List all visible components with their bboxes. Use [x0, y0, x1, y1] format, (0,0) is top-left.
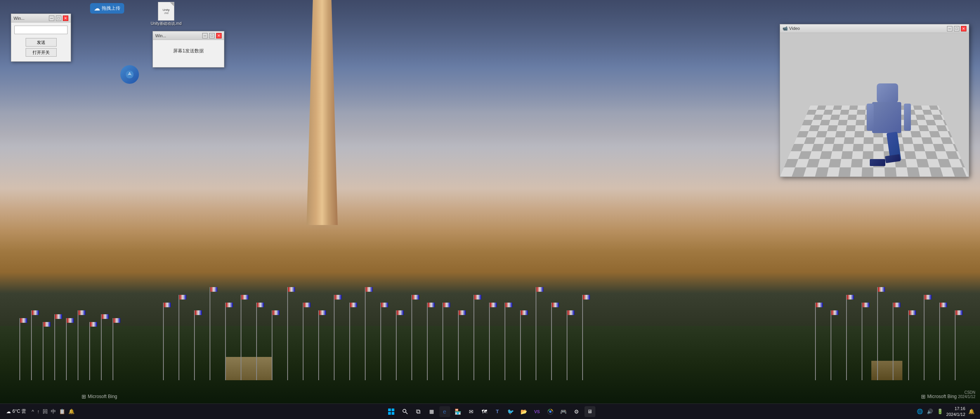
chrome-icon [547, 409, 553, 415]
taskbar-right: 🌐 🔊 🔋 17:16 2024/1/12 🔔 [916, 406, 980, 417]
unity-icon-label: Unity基础动说.md [151, 21, 181, 26]
flag-pole [89, 322, 90, 380]
flag-pole [101, 314, 102, 380]
flag-pole [78, 310, 78, 380]
network-icon[interactable]: 🌐 [916, 408, 924, 415]
win-second-close[interactable]: ✕ [216, 33, 222, 38]
video-titlebar[interactable]: 📹 Video ─ □ ✕ [780, 24, 969, 33]
flag-pole [241, 295, 241, 380]
svg-rect-2 [388, 412, 391, 415]
bird-icon-image [120, 65, 139, 84]
unity-icon-text: Unity [163, 8, 170, 12]
flag-pole [349, 303, 350, 380]
win-small-title: Win... [14, 16, 24, 21]
unity-icon-md: .md [164, 12, 168, 14]
robot-arm-left [867, 104, 874, 131]
win-small-window: Win... ─ □ ✕ 发送 打开开关 [11, 14, 71, 62]
flag-pole [582, 295, 583, 380]
tray-ime[interactable]: 回 [42, 407, 49, 416]
flag-pole [318, 310, 319, 380]
win-second-minimize[interactable]: ─ [202, 33, 208, 38]
task-view-button[interactable]: ⧉ [413, 406, 424, 417]
tray-overflow[interactable]: ^ [31, 408, 35, 415]
win-small-toggle-button[interactable]: 打开开关 [26, 48, 57, 57]
flag-pole [179, 295, 179, 380]
unity-icon-corner [170, 2, 174, 6]
flag-pole [924, 295, 924, 380]
tray-lang[interactable]: 中 [50, 407, 57, 416]
flag-pole [489, 303, 490, 380]
robot-head [877, 83, 898, 103]
win-second-text: 屏幕1发送数据 [173, 48, 204, 54]
win-small-send-button[interactable]: 发送 [26, 38, 57, 47]
bird-desktop-icon[interactable] [120, 65, 139, 84]
video-maximize[interactable]: □ [954, 26, 959, 31]
flag-pole [831, 310, 831, 380]
flag-pole [955, 310, 956, 380]
bing-watermark-left: ⊞ Microsoft Bing [82, 393, 117, 400]
flag-pole [380, 303, 381, 380]
flag-pole [567, 310, 567, 380]
maps-button[interactable]: 🗺 [479, 406, 490, 417]
cloud-icon: ☁ [94, 5, 100, 12]
flag-pole [163, 303, 164, 380]
battery-icon[interactable]: 🔋 [936, 408, 944, 415]
win-small-minimize[interactable]: ─ [49, 16, 54, 21]
edge-button[interactable]: e [439, 406, 450, 417]
start-button[interactable] [385, 405, 397, 418]
tray-notify[interactable]: 🔔 [68, 408, 75, 415]
win-second-maximize[interactable]: □ [209, 33, 215, 38]
notification-bell[interactable]: 🔔 [968, 408, 975, 415]
upload-toolbar[interactable]: ☁ 拖拽上传 [90, 3, 124, 14]
flag-pole [505, 303, 505, 380]
svg-rect-1 [392, 409, 394, 411]
win-small-maximize[interactable]: □ [56, 16, 61, 21]
flag-pole [846, 295, 847, 380]
swift-taskbar-button[interactable]: 🐦 [505, 406, 516, 417]
flag-pole [287, 287, 288, 380]
flag-pole [303, 303, 304, 380]
tray-clipboard[interactable]: 📋 [58, 408, 66, 415]
flag-pole [113, 318, 113, 380]
sound-icon[interactable]: 🔊 [926, 408, 934, 415]
flag-pole [66, 318, 67, 380]
win-small-close[interactable]: ✕ [63, 16, 68, 21]
game-button[interactable]: 🎮 [558, 406, 569, 417]
flag-pole [427, 303, 428, 380]
tray-upload[interactable]: ↑ [36, 408, 41, 415]
unity-desktop-icon[interactable]: Unity .md Unity基础动说.md [151, 2, 182, 26]
taskbar-weather[interactable]: ☁ 6°C 雲 [3, 408, 29, 415]
vs-button[interactable]: VS [532, 406, 543, 417]
taskbar-left: ☁ 6°C 雲 ^ ↑ 回 中 📋 🔔 [0, 407, 75, 416]
flag-pole [365, 287, 366, 380]
settings-button[interactable]: ⚙ [571, 406, 582, 417]
robot-arm-right [904, 104, 911, 131]
weather-temp: 6°C 雲 [12, 408, 26, 415]
win-small-content: 发送 打开开关 [11, 23, 71, 61]
win-second-controls: ─ □ ✕ [202, 33, 222, 38]
video-close[interactable]: ✕ [961, 26, 966, 31]
taskbar-clock[interactable]: 17:16 2024/1/12 [946, 406, 965, 417]
robot-figure [865, 83, 912, 169]
widgets-button[interactable]: ▦ [426, 406, 437, 417]
svg-rect-0 [388, 409, 391, 411]
flag-pole [54, 314, 55, 380]
chrome-button[interactable] [545, 406, 556, 417]
flag-pole [19, 318, 20, 380]
start-icon [388, 408, 395, 415]
desktop-button[interactable]: 🖥 [585, 406, 595, 417]
store-button[interactable]: 🏪 [453, 406, 463, 417]
flag-pole [474, 295, 474, 380]
flag-pole [520, 310, 521, 380]
mail-button[interactable]: ✉ [466, 406, 477, 417]
video-minimize[interactable]: ─ [947, 26, 952, 31]
win-small-titlebar[interactable]: Win... ─ □ ✕ [11, 14, 71, 23]
search-taskbar-button[interactable] [400, 406, 411, 417]
win-small-input[interactable] [14, 26, 68, 34]
taskbar: ☁ 6°C 雲 ^ ↑ 回 中 📋 🔔 ⧉ ▦ e 🏪 [0, 403, 980, 419]
explorer-button[interactable]: 📂 [519, 406, 529, 417]
video-title: 📹 Video [782, 26, 800, 31]
teams-button[interactable]: T [492, 406, 503, 417]
win-second-titlebar[interactable]: Win... ─ □ ✕ [153, 31, 224, 40]
csdn-watermark: CSDN 2024/1/12 [958, 390, 976, 399]
